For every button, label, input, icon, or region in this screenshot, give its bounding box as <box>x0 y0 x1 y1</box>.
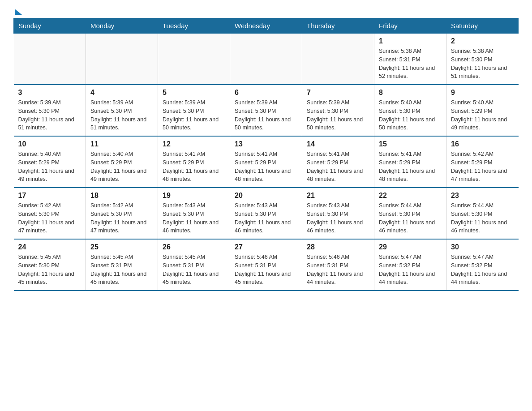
day-info: Sunrise: 5:39 AMSunset: 5:30 PMDaylight:… <box>235 98 297 132</box>
day-info: Sunrise: 5:45 AMSunset: 5:31 PMDaylight:… <box>163 253 225 287</box>
day-info: Sunrise: 5:38 AMSunset: 5:31 PMDaylight:… <box>379 47 442 81</box>
calendar-cell: 21Sunrise: 5:43 AMSunset: 5:30 PMDayligh… <box>302 188 374 239</box>
calendar-cell <box>302 34 374 85</box>
calendar-cell: 14Sunrise: 5:41 AMSunset: 5:29 PMDayligh… <box>302 136 374 188</box>
day-number: 28 <box>307 243 369 251</box>
day-info: Sunrise: 5:39 AMSunset: 5:30 PMDaylight:… <box>307 98 369 132</box>
calendar-cell: 12Sunrise: 5:41 AMSunset: 5:29 PMDayligh… <box>158 136 230 188</box>
calendar-table: SundayMondayTuesdayWednesdayThursdayFrid… <box>13 18 519 291</box>
day-info: Sunrise: 5:39 AMSunset: 5:30 PMDaylight:… <box>90 98 153 132</box>
calendar-cell: 9Sunrise: 5:40 AMSunset: 5:29 PMDaylight… <box>446 85 519 136</box>
day-info: Sunrise: 5:43 AMSunset: 5:30 PMDaylight:… <box>235 201 297 235</box>
calendar-cell: 15Sunrise: 5:41 AMSunset: 5:29 PMDayligh… <box>374 136 446 188</box>
calendar-cell: 16Sunrise: 5:42 AMSunset: 5:29 PMDayligh… <box>446 136 519 188</box>
day-number: 29 <box>379 243 442 251</box>
logo <box>13 9 22 13</box>
calendar-header-row: SundayMondayTuesdayWednesdayThursdayFrid… <box>14 18 519 34</box>
day-info: Sunrise: 5:40 AMSunset: 5:30 PMDaylight:… <box>379 98 442 132</box>
day-number: 10 <box>18 140 82 148</box>
day-info: Sunrise: 5:47 AMSunset: 5:32 PMDaylight:… <box>379 253 442 287</box>
day-header-sunday: Sunday <box>14 18 86 34</box>
day-number: 4 <box>90 89 153 97</box>
day-number: 7 <box>307 89 369 97</box>
day-number: 1 <box>379 37 442 45</box>
day-info: Sunrise: 5:39 AMSunset: 5:30 PMDaylight:… <box>163 98 225 132</box>
day-info: Sunrise: 5:45 AMSunset: 5:31 PMDaylight:… <box>90 253 153 287</box>
calendar-cell: 19Sunrise: 5:43 AMSunset: 5:30 PMDayligh… <box>158 188 230 239</box>
day-number: 17 <box>18 192 82 200</box>
day-info: Sunrise: 5:42 AMSunset: 5:30 PMDaylight:… <box>18 201 82 235</box>
calendar-cell <box>14 34 86 85</box>
page-header <box>13 9 519 13</box>
calendar-cell: 23Sunrise: 5:44 AMSunset: 5:30 PMDayligh… <box>446 188 519 239</box>
day-number: 19 <box>163 192 225 200</box>
calendar-cell: 2Sunrise: 5:38 AMSunset: 5:30 PMDaylight… <box>446 34 519 85</box>
calendar-cell: 3Sunrise: 5:39 AMSunset: 5:30 PMDaylight… <box>14 85 86 136</box>
day-info: Sunrise: 5:47 AMSunset: 5:32 PMDaylight:… <box>451 253 514 287</box>
day-header-friday: Friday <box>374 18 446 34</box>
calendar-cell: 29Sunrise: 5:47 AMSunset: 5:32 PMDayligh… <box>374 239 446 291</box>
calendar-week-row: 1Sunrise: 5:38 AMSunset: 5:31 PMDaylight… <box>14 34 519 85</box>
day-number: 16 <box>451 140 514 148</box>
calendar-cell: 30Sunrise: 5:47 AMSunset: 5:32 PMDayligh… <box>446 239 519 291</box>
calendar-cell <box>158 34 230 85</box>
day-number: 22 <box>379 192 442 200</box>
calendar-cell: 28Sunrise: 5:46 AMSunset: 5:31 PMDayligh… <box>302 239 374 291</box>
calendar-cell: 27Sunrise: 5:46 AMSunset: 5:31 PMDayligh… <box>230 239 302 291</box>
calendar-cell: 18Sunrise: 5:42 AMSunset: 5:30 PMDayligh… <box>86 188 158 239</box>
day-number: 26 <box>163 243 225 251</box>
day-info: Sunrise: 5:41 AMSunset: 5:29 PMDaylight:… <box>235 150 297 184</box>
day-number: 21 <box>307 192 369 200</box>
day-info: Sunrise: 5:46 AMSunset: 5:31 PMDaylight:… <box>235 253 297 287</box>
day-info: Sunrise: 5:40 AMSunset: 5:29 PMDaylight:… <box>451 98 514 132</box>
day-info: Sunrise: 5:46 AMSunset: 5:31 PMDaylight:… <box>307 253 369 287</box>
day-number: 27 <box>235 243 297 251</box>
calendar-week-row: 3Sunrise: 5:39 AMSunset: 5:30 PMDaylight… <box>14 85 519 136</box>
day-number: 30 <box>451 243 514 251</box>
day-info: Sunrise: 5:40 AMSunset: 5:29 PMDaylight:… <box>18 150 82 184</box>
calendar-week-row: 10Sunrise: 5:40 AMSunset: 5:29 PMDayligh… <box>14 136 519 188</box>
day-info: Sunrise: 5:42 AMSunset: 5:29 PMDaylight:… <box>451 150 514 184</box>
day-info: Sunrise: 5:44 AMSunset: 5:30 PMDaylight:… <box>379 201 442 235</box>
calendar-cell: 13Sunrise: 5:41 AMSunset: 5:29 PMDayligh… <box>230 136 302 188</box>
day-info: Sunrise: 5:45 AMSunset: 5:30 PMDaylight:… <box>18 253 82 287</box>
calendar-cell: 26Sunrise: 5:45 AMSunset: 5:31 PMDayligh… <box>158 239 230 291</box>
calendar-cell <box>230 34 302 85</box>
day-number: 25 <box>90 243 153 251</box>
day-number: 6 <box>235 89 297 97</box>
day-info: Sunrise: 5:43 AMSunset: 5:30 PMDaylight:… <box>307 201 369 235</box>
calendar-cell: 22Sunrise: 5:44 AMSunset: 5:30 PMDayligh… <box>374 188 446 239</box>
calendar-cell: 20Sunrise: 5:43 AMSunset: 5:30 PMDayligh… <box>230 188 302 239</box>
day-info: Sunrise: 5:41 AMSunset: 5:29 PMDaylight:… <box>163 150 225 184</box>
day-header-tuesday: Tuesday <box>158 18 230 34</box>
day-info: Sunrise: 5:42 AMSunset: 5:30 PMDaylight:… <box>90 201 153 235</box>
calendar-cell: 7Sunrise: 5:39 AMSunset: 5:30 PMDaylight… <box>302 85 374 136</box>
calendar-cell: 5Sunrise: 5:39 AMSunset: 5:30 PMDaylight… <box>158 85 230 136</box>
day-info: Sunrise: 5:43 AMSunset: 5:30 PMDaylight:… <box>163 201 225 235</box>
day-header-saturday: Saturday <box>446 18 519 34</box>
day-number: 13 <box>235 140 297 148</box>
day-number: 3 <box>18 89 82 97</box>
calendar-cell: 11Sunrise: 5:40 AMSunset: 5:29 PMDayligh… <box>86 136 158 188</box>
day-number: 14 <box>307 140 369 148</box>
day-header-thursday: Thursday <box>302 18 374 34</box>
day-number: 8 <box>379 89 442 97</box>
calendar-cell: 4Sunrise: 5:39 AMSunset: 5:30 PMDaylight… <box>86 85 158 136</box>
calendar-cell: 8Sunrise: 5:40 AMSunset: 5:30 PMDaylight… <box>374 85 446 136</box>
calendar-cell: 25Sunrise: 5:45 AMSunset: 5:31 PMDayligh… <box>86 239 158 291</box>
calendar-week-row: 24Sunrise: 5:45 AMSunset: 5:30 PMDayligh… <box>14 239 519 291</box>
day-header-monday: Monday <box>86 18 158 34</box>
calendar-cell: 17Sunrise: 5:42 AMSunset: 5:30 PMDayligh… <box>14 188 86 239</box>
calendar-cell: 24Sunrise: 5:45 AMSunset: 5:30 PMDayligh… <box>14 239 86 291</box>
day-info: Sunrise: 5:40 AMSunset: 5:29 PMDaylight:… <box>90 150 153 184</box>
day-number: 18 <box>90 192 153 200</box>
calendar-cell: 10Sunrise: 5:40 AMSunset: 5:29 PMDayligh… <box>14 136 86 188</box>
calendar-cell: 6Sunrise: 5:39 AMSunset: 5:30 PMDaylight… <box>230 85 302 136</box>
day-info: Sunrise: 5:39 AMSunset: 5:30 PMDaylight:… <box>18 98 82 132</box>
day-info: Sunrise: 5:38 AMSunset: 5:30 PMDaylight:… <box>451 47 514 81</box>
day-header-wednesday: Wednesday <box>230 18 302 34</box>
logo-triangle-icon <box>15 9 22 15</box>
day-info: Sunrise: 5:41 AMSunset: 5:29 PMDaylight:… <box>307 150 369 184</box>
calendar-cell <box>86 34 158 85</box>
day-info: Sunrise: 5:41 AMSunset: 5:29 PMDaylight:… <box>379 150 442 184</box>
